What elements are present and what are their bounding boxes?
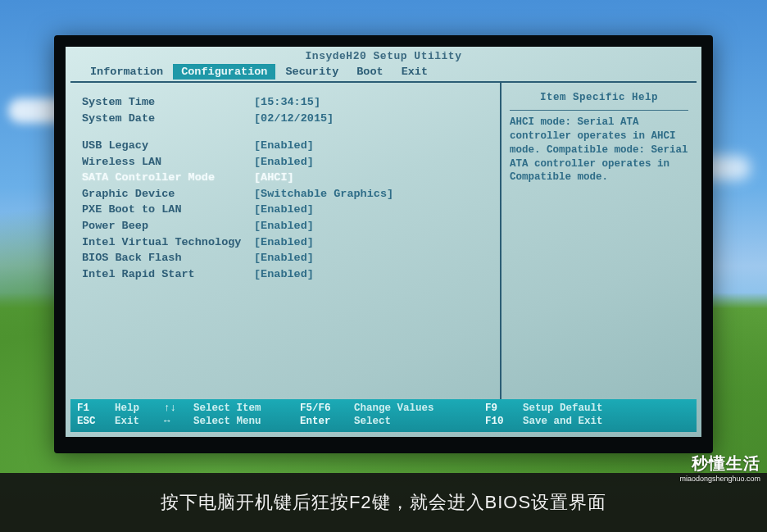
setting-value[interactable]: [Enabled]	[254, 266, 314, 283]
settings-pane: System Time [15:34:15] System Date [02/1…	[70, 83, 502, 399]
menu-security[interactable]: Security	[277, 64, 347, 80]
setting-value[interactable]: [Enabled]	[254, 250, 314, 266]
key-f5f6-desc: Change Values	[354, 402, 485, 414]
key-updown-desc: Select Item	[193, 402, 300, 414]
key-updown-icon: ↑↓	[164, 402, 193, 414]
setting-value[interactable]: [Enabled]	[254, 218, 314, 234]
setting-value[interactable]: [15:34:15]	[254, 94, 320, 111]
setting-wireless-lan[interactable]: Wireless LAN [Enabled]	[82, 154, 492, 171]
setting-label: SATA Controller Mode	[82, 170, 254, 186]
key-enter: Enter	[300, 416, 354, 427]
key-f10-desc: Save and Exit	[523, 416, 690, 427]
menu-configuration[interactable]: Configuration	[173, 64, 275, 80]
setting-label: USB Legacy	[82, 138, 254, 154]
bios-footer: F1 Help ↑↓ Select Item F5/F6 Change Valu…	[70, 399, 697, 432]
setting-value[interactable]: [AHCI]	[254, 170, 294, 186]
setting-bios-back-flash[interactable]: BIOS Back Flash [Enabled]	[82, 250, 492, 266]
setting-label: System Time	[82, 94, 254, 111]
key-esc-desc: Exit	[115, 416, 164, 427]
key-f5f6: F5/F6	[300, 402, 354, 414]
setting-label: Intel Virtual Technology	[82, 234, 254, 251]
setting-label: Graphic Device	[82, 186, 254, 202]
setting-intel-virtual-technology[interactable]: Intel Virtual Technology [Enabled]	[82, 234, 492, 251]
setting-value[interactable]: [Enabled]	[254, 138, 314, 154]
caption-text: 按下电脑开机键后狂按F2键，就会进入BIOS设置界面	[161, 490, 606, 515]
setting-usb-legacy[interactable]: USB Legacy [Enabled]	[82, 138, 492, 154]
key-esc: ESC	[77, 416, 115, 427]
bios-menu-bar: Information Configuration Security Boot …	[66, 64, 701, 80]
key-leftright-icon: ↔	[164, 416, 193, 427]
menu-exit[interactable]: Exit	[393, 64, 436, 80]
key-f9: F9	[485, 402, 523, 414]
help-title: Item Specific Help	[510, 91, 688, 111]
setting-label: PXE Boot to LAN	[82, 202, 254, 218]
setting-system-date[interactable]: System Date [02/12/2015]	[82, 111, 492, 127]
setting-value[interactable]: [Switchable Graphics]	[254, 186, 393, 202]
key-enter-desc: Select	[354, 416, 485, 427]
setting-power-beep[interactable]: Power Beep [Enabled]	[82, 218, 492, 234]
setting-value[interactable]: [Enabled]	[254, 154, 314, 171]
menu-information[interactable]: Information	[82, 64, 171, 80]
setting-value[interactable]: [Enabled]	[254, 202, 314, 218]
setting-label: Wireless LAN	[82, 154, 254, 171]
setting-label: Intel Rapid Start	[82, 266, 254, 283]
key-f1: F1	[77, 402, 115, 414]
setting-value[interactable]: [Enabled]	[254, 234, 314, 251]
caption-bar: 按下电脑开机键后狂按F2键，就会进入BIOS设置界面	[0, 473, 767, 532]
bios-utility-title: InsydeH20 Setup Utility	[66, 47, 701, 64]
help-pane: Item Specific Help AHCI mode: Serial ATA…	[502, 83, 697, 399]
setting-label: Power Beep	[82, 218, 254, 234]
menu-boot[interactable]: Boot	[348, 64, 391, 80]
key-f1-desc: Help	[115, 402, 164, 414]
setting-sata-controller-mode[interactable]: SATA Controller Mode [AHCI]	[82, 170, 492, 186]
key-f10: F10	[485, 416, 523, 427]
setting-intel-rapid-start[interactable]: Intel Rapid Start [Enabled]	[82, 266, 492, 283]
watermark-url: miaodongshenghuo.com	[679, 475, 760, 483]
setting-graphic-device[interactable]: Graphic Device [Switchable Graphics]	[82, 186, 492, 202]
monitor-frame: InsydeH20 Setup Utility Information Conf…	[54, 35, 713, 453]
setting-pxe-boot-to-lan[interactable]: PXE Boot to LAN [Enabled]	[82, 202, 492, 218]
setting-label: BIOS Back Flash	[82, 250, 254, 266]
watermark: 秒懂生活 miaodongshenghuo.com	[679, 452, 760, 483]
setting-label: System Date	[82, 111, 254, 127]
bios-screen: InsydeH20 Setup Utility Information Conf…	[66, 47, 701, 437]
key-leftright-desc: Select Menu	[193, 416, 300, 427]
setting-system-time[interactable]: System Time [15:34:15]	[82, 94, 492, 111]
setting-value[interactable]: [02/12/2015]	[254, 111, 334, 127]
key-f9-desc: Setup Default	[523, 402, 690, 414]
help-body: AHCI mode: Serial ATA controller operate…	[510, 116, 688, 184]
watermark-title: 秒懂生活	[679, 452, 760, 475]
